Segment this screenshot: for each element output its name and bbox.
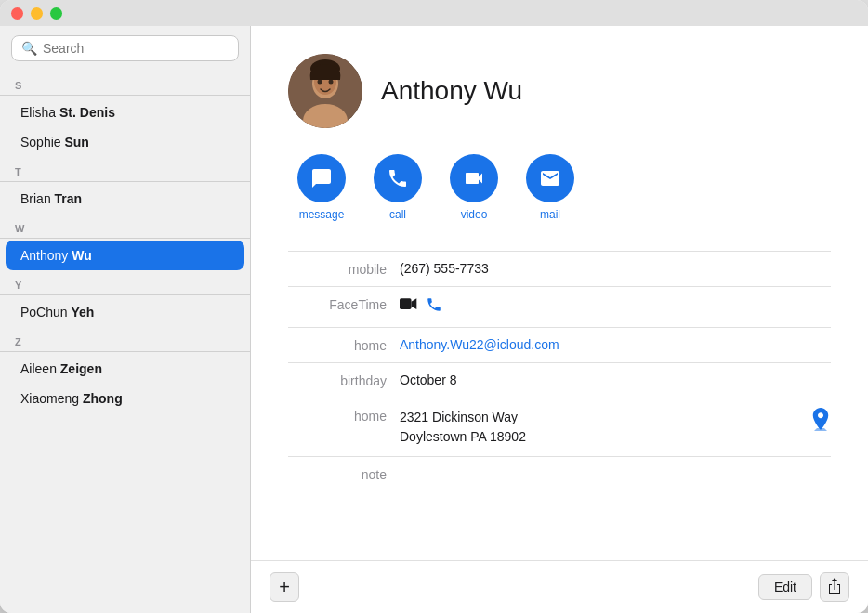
mobile-row: mobile (267) 555-7733 <box>288 251 831 286</box>
map-pin-icon[interactable] <box>810 408 831 437</box>
video-label: video <box>461 208 488 221</box>
app-window: 🔍 S Elisha St. Denis Sophie Sun T Br <box>0 0 868 613</box>
divider-y <box>0 294 250 295</box>
birthday-row: birthday October 8 <box>288 362 831 398</box>
svg-point-5 <box>329 80 334 85</box>
message-icon <box>297 154 346 202</box>
svg-rect-7 <box>400 298 412 309</box>
search-input[interactable] <box>43 41 229 56</box>
mobile-label: mobile <box>288 261 400 277</box>
svg-point-4 <box>318 80 322 85</box>
video-icon <box>450 154 498 202</box>
divider-w <box>0 238 250 239</box>
facetime-row: FaceTime <box>288 286 831 327</box>
divider-t <box>0 181 250 182</box>
bottom-right-buttons: Edit <box>758 572 849 602</box>
contact-item-aileen[interactable]: Aileen Zeigen <box>6 354 244 384</box>
search-icon: 🔍 <box>21 41 37 56</box>
contact-header: Anthony Wu <box>288 54 831 128</box>
facetime-icons <box>400 296 442 318</box>
add-contact-button[interactable]: + <box>270 572 299 602</box>
divider-s <box>0 95 250 96</box>
address-value[interactable]: 2321 Dickinson WayDoylestown PA 18902 <box>400 408 810 447</box>
address-label: home <box>288 408 400 424</box>
call-label: call <box>389 208 406 221</box>
main-content: 🔍 S Elisha St. Denis Sophie Sun T Br <box>0 26 868 613</box>
contact-item-sophie[interactable]: Sophie Sun <box>6 127 244 157</box>
divider-z <box>0 351 250 352</box>
detail-panel: Anthony Wu message <box>251 26 868 613</box>
birthday-value: October 8 <box>400 372 831 387</box>
maximize-button[interactable] <box>50 7 62 20</box>
email-value[interactable]: Anthony.Wu22@icloud.com <box>400 337 831 352</box>
mail-label: mail <box>540 208 560 221</box>
section-header-z: Z <box>0 327 250 351</box>
email-row: home Anthony.Wu22@icloud.com <box>288 327 831 362</box>
section-header-t: T <box>0 157 250 181</box>
facetime-label: FaceTime <box>288 296 400 312</box>
search-wrapper[interactable]: 🔍 <box>11 35 239 61</box>
note-row: note <box>288 456 831 491</box>
call-button[interactable]: call <box>374 154 422 221</box>
section-header-w: W <box>0 214 250 238</box>
mail-icon <box>526 154 574 202</box>
section-header-s: S <box>0 71 250 95</box>
facetime-phone-icon[interactable] <box>426 296 442 318</box>
mail-button[interactable]: mail <box>526 154 574 221</box>
note-label: note <box>288 466 400 482</box>
action-buttons: message call <box>288 154 831 221</box>
svg-marker-8 <box>412 298 417 309</box>
bottom-bar: + Edit <box>251 560 868 613</box>
contact-item-anthony[interactable]: Anthony Wu <box>6 241 244 270</box>
address-row: home 2321 Dickinson WayDoylestown PA 189… <box>288 398 831 456</box>
message-label: message <box>299 208 345 221</box>
share-button[interactable] <box>820 572 849 602</box>
email-label: home <box>288 337 400 353</box>
contact-item-pochun[interactable]: PoChun Yeh <box>6 297 244 327</box>
edit-button[interactable]: Edit <box>758 574 812 600</box>
avatar <box>288 54 362 128</box>
message-button[interactable]: message <box>297 154 346 221</box>
call-icon <box>374 154 422 202</box>
titlebar <box>0 0 868 26</box>
detail-content: Anthony Wu message <box>251 26 868 560</box>
section-header-y: Y <box>0 270 250 294</box>
contact-name: Anthony Wu <box>381 76 522 106</box>
birthday-label: birthday <box>288 372 400 388</box>
search-bar: 🔍 <box>0 26 250 71</box>
video-button[interactable]: video <box>450 154 498 221</box>
facetime-video-icon[interactable] <box>400 297 418 317</box>
close-button[interactable] <box>11 7 23 20</box>
contacts-list: S Elisha St. Denis Sophie Sun T Brian Tr… <box>0 71 250 613</box>
contact-item-brian[interactable]: Brian Tran <box>6 184 244 214</box>
sidebar: 🔍 S Elisha St. Denis Sophie Sun T Br <box>0 26 251 613</box>
minimize-button[interactable] <box>31 7 43 20</box>
contact-item-xiaomeng[interactable]: Xiaomeng Zhong <box>6 384 244 413</box>
mobile-value[interactable]: (267) 555-7733 <box>400 261 831 276</box>
contact-item-elisha[interactable]: Elisha St. Denis <box>6 98 244 127</box>
